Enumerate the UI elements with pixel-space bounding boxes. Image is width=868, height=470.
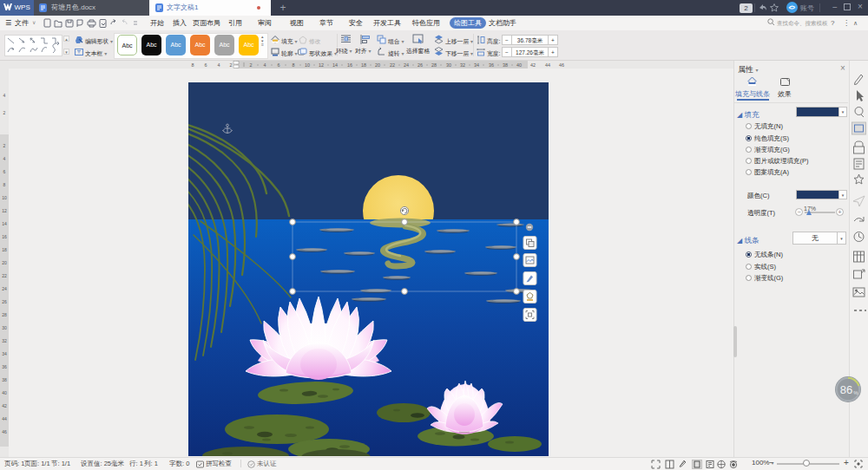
svg-text:6: 6: [278, 62, 280, 68]
svg-text:32: 32: [2, 338, 7, 343]
svg-text:30: 30: [2, 325, 7, 330]
svg-text:22: 22: [2, 273, 7, 278]
svg-text:46: 46: [559, 62, 564, 68]
svg-text:44: 44: [2, 416, 7, 421]
svg-text:36: 36: [489, 62, 494, 68]
svg-text:34: 34: [2, 351, 7, 356]
svg-text:26: 26: [2, 299, 7, 304]
svg-text:2: 2: [3, 110, 6, 115]
svg-text:24: 24: [404, 62, 409, 68]
svg-text:10: 10: [305, 62, 310, 68]
svg-text:30: 30: [446, 62, 451, 68]
svg-text:44: 44: [545, 62, 550, 68]
svg-text:4: 4: [3, 156, 6, 161]
svg-text:2: 2: [250, 62, 253, 68]
svg-text:8: 8: [192, 62, 194, 68]
svg-text:42: 42: [530, 62, 536, 68]
svg-text:14: 14: [332, 62, 338, 68]
svg-text:6: 6: [205, 62, 207, 68]
svg-text:6: 6: [3, 169, 6, 174]
svg-text:16: 16: [347, 62, 352, 68]
svg-text:10: 10: [2, 195, 7, 200]
svg-text:40: 40: [516, 62, 522, 68]
svg-text:20: 20: [2, 260, 7, 265]
svg-text:38: 38: [503, 62, 508, 68]
svg-text:4: 4: [264, 62, 266, 68]
svg-text:20: 20: [375, 62, 380, 68]
svg-text:86: 86: [840, 383, 852, 396]
svg-text:34: 34: [474, 62, 479, 68]
svg-text:2: 2: [230, 62, 233, 68]
svg-text:38: 38: [2, 377, 7, 382]
svg-text:24: 24: [2, 286, 7, 291]
svg-text:22: 22: [390, 62, 395, 68]
svg-text:4: 4: [218, 62, 220, 68]
svg-text:2: 2: [3, 143, 6, 148]
svg-text:36: 36: [2, 364, 7, 369]
svg-text:40: 40: [2, 390, 7, 395]
svg-text:4: 4: [3, 93, 6, 98]
svg-text:18: 18: [361, 62, 366, 68]
svg-text:32: 32: [460, 62, 465, 68]
svg-text:16: 16: [2, 234, 7, 239]
svg-text:18: 18: [2, 247, 7, 252]
svg-text:14: 14: [2, 221, 7, 226]
svg-text:%: %: [853, 390, 858, 395]
svg-text:46: 46: [2, 429, 7, 434]
svg-text:12: 12: [2, 208, 7, 213]
svg-text:28: 28: [431, 62, 437, 68]
svg-text:28: 28: [2, 312, 7, 317]
svg-text:8: 8: [3, 182, 6, 187]
svg-text:26: 26: [418, 62, 423, 68]
svg-text:12: 12: [319, 62, 324, 68]
svg-text:8: 8: [293, 62, 295, 68]
svg-text:42: 42: [2, 403, 7, 408]
